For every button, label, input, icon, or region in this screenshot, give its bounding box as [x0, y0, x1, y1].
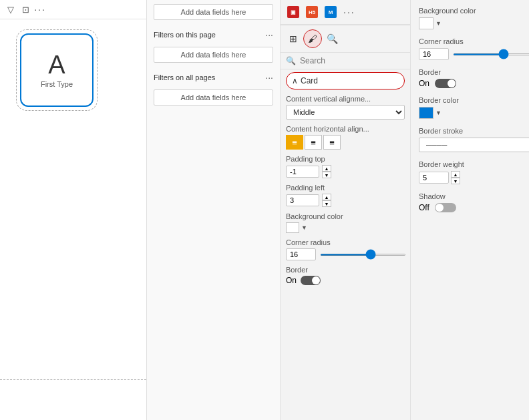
prop-border-weight-control: ▲ ▼ — [419, 171, 529, 184]
filters-this-page-label: Filters on this page — [154, 31, 216, 39]
prop-border-toggle[interactable] — [435, 79, 456, 88]
prop-corner-radius-slider[interactable] — [453, 53, 529, 55]
ms-link-icon: M — [325, 6, 337, 18]
corner-radius-control — [286, 248, 405, 260]
prop-border-on-label: On — [419, 79, 429, 88]
filters-this-page-more-icon[interactable]: ··· — [265, 29, 273, 40]
filter-icon[interactable]: ▽ — [5, 4, 16, 15]
align-buttons-group: ≡ ≡ ≡ — [286, 135, 405, 150]
top-fields-section: Add data fields here — [147, 0, 280, 25]
prop-bg-color-label: Background color — [419, 7, 529, 15]
padding-left-input[interactable] — [286, 194, 319, 206]
content-horizontal-label: Content horizontal align... — [286, 125, 405, 133]
format-panel: ▣ H5 M ··· ⊞ 🖌 🔍 🔍 ∧ Card Content vertic… — [281, 0, 411, 420]
ms-icon-html[interactable]: H5 — [303, 4, 321, 20]
corner-radius-input[interactable] — [286, 248, 316, 260]
format-icons-row: ⊞ 🖌 🔍 — [281, 25, 410, 53]
border-row: Border On — [281, 263, 410, 288]
paint-brush-icon[interactable]: 🖌 — [303, 29, 322, 48]
canvas-divider — [0, 379, 146, 380]
prop-border-stroke-select[interactable]: ──── - - - ····· — [419, 138, 529, 152]
canvas-toolbar: ▽ ⊡ ··· — [0, 0, 146, 19]
add-data-fields-bottom-button[interactable]: Add data fields here — [154, 89, 273, 106]
padding-top-up-button[interactable]: ▲ — [322, 165, 331, 172]
padding-left-row: Padding left ▲ ▼ — [281, 181, 410, 210]
add-data-fields-top-button[interactable]: Add data fields here — [154, 4, 273, 20]
prop-border-weight-label: Border weight — [419, 160, 529, 168]
card-widget[interactable]: A First Type — [20, 33, 94, 107]
ms-visual-icon: ▣ — [287, 6, 299, 18]
prop-border-weight-input[interactable] — [419, 172, 449, 184]
prop-corner-radius-row: Corner radius — [419, 37, 529, 60]
format-toolbar-more-icon[interactable]: ··· — [343, 7, 355, 17]
corner-radius-slider[interactable] — [320, 254, 406, 256]
prop-border-color-caret-icon[interactable]: ▼ — [435, 110, 442, 116]
prop-bg-color-caret-icon[interactable]: ▼ — [435, 20, 442, 27]
filters-this-page-header: Filters on this page ··· — [147, 25, 280, 43]
padding-left-stepper: ▲ ▼ — [322, 194, 331, 207]
filters-all-pages-more-icon[interactable]: ··· — [265, 72, 273, 83]
bg-color-row: Background color ▼ — [281, 210, 410, 236]
prop-border-color-swatch[interactable] — [419, 107, 433, 119]
align-center-button[interactable]: ≡ — [305, 135, 322, 150]
search-input[interactable] — [300, 56, 405, 65]
corner-radius-label: Corner radius — [286, 238, 405, 246]
prop-corner-radius-input[interactable] — [419, 48, 449, 60]
bg-color-swatch[interactable] — [286, 222, 299, 233]
prop-border-weight-row: Border weight ▲ ▼ — [419, 160, 529, 184]
card-letter: A — [48, 52, 65, 77]
analytics-icon[interactable]: 🔍 — [323, 31, 341, 47]
properties-panel: Background color ▼ Corner radius Border … — [411, 0, 529, 420]
filters-all-pages-section: Add data fields here — [147, 85, 280, 111]
align-right-button[interactable]: ≡ — [323, 135, 341, 150]
bg-color-label: Background color — [286, 212, 405, 220]
format-toolbar: ▣ H5 M ··· — [281, 0, 410, 25]
bg-color-caret-icon[interactable]: ▼ — [301, 224, 307, 231]
prop-shadow-off-label: Off — [419, 203, 429, 212]
grid-view-icon[interactable]: ⊞ — [285, 31, 302, 47]
padding-top-label: Padding top — [286, 155, 405, 163]
prop-shadow-label: Shadow — [419, 192, 529, 200]
corner-radius-row: Corner radius — [281, 236, 410, 263]
prop-shadow-row: Shadow Off — [419, 192, 529, 212]
padding-left-control: ▲ ▼ — [286, 194, 405, 207]
add-data-fields-middle-button[interactable]: Add data fields here — [154, 47, 273, 63]
align-left-button[interactable]: ≡ — [286, 135, 303, 150]
prop-shadow-toggle-row: Off — [419, 203, 529, 212]
search-magnify-icon: 🔍 — [286, 56, 296, 65]
border-label: Border — [286, 266, 405, 274]
content-horizontal-row: Content horizontal align... ≡ ≡ ≡ — [281, 122, 410, 152]
prop-border-stroke-label: Border stroke — [419, 127, 529, 135]
padding-top-stepper: ▲ ▼ — [322, 165, 331, 178]
bg-color-control: ▼ — [286, 222, 405, 233]
prop-border-weight-stepper: ▲ ▼ — [451, 171, 460, 184]
ms-icon-blue[interactable]: M — [322, 4, 339, 20]
prop-border-color-control: ▼ — [419, 107, 529, 119]
prop-border-label: Border — [419, 68, 529, 76]
right-panel-wrapper: Background color ▼ Corner radius Border … — [411, 0, 529, 420]
fields-panel: Add data fields here Filters on this pag… — [147, 0, 281, 420]
format-search-bar[interactable]: 🔍 — [281, 53, 410, 69]
prop-corner-radius-label: Corner radius — [419, 37, 529, 45]
border-on-label: On — [286, 276, 297, 285]
prop-border-weight-up-button[interactable]: ▲ — [451, 171, 460, 178]
prop-border-weight-down-button[interactable]: ▼ — [451, 178, 460, 184]
more-options-icon[interactable]: ··· — [35, 4, 45, 15]
content-vertical-label: Content vertical alignme... — [286, 95, 405, 103]
canvas-area: ▽ ⊡ ··· A First Type — [0, 0, 147, 420]
padding-top-input[interactable] — [286, 166, 319, 178]
card-section-header[interactable]: ∧ Card — [286, 72, 405, 89]
content-vertical-select[interactable]: Middle Top Bottom — [286, 105, 405, 120]
prop-border-stroke-row: Border stroke ──── - - - ····· — [419, 127, 529, 152]
prop-shadow-toggle[interactable] — [435, 203, 456, 212]
border-toggle-row: On — [286, 276, 405, 285]
prop-border-toggle-row: On — [419, 79, 529, 88]
padding-top-down-button[interactable]: ▼ — [322, 172, 331, 178]
padding-left-down-button[interactable]: ▼ — [322, 200, 331, 207]
border-toggle[interactable] — [301, 276, 321, 285]
padding-left-up-button[interactable]: ▲ — [322, 194, 331, 200]
content-vertical-row: Content vertical alignme... Middle Top B… — [281, 92, 410, 122]
ms-icon-red[interactable]: ▣ — [285, 4, 302, 20]
frame-icon[interactable]: ⊡ — [20, 4, 31, 15]
prop-bg-color-swatch[interactable] — [419, 17, 433, 29]
